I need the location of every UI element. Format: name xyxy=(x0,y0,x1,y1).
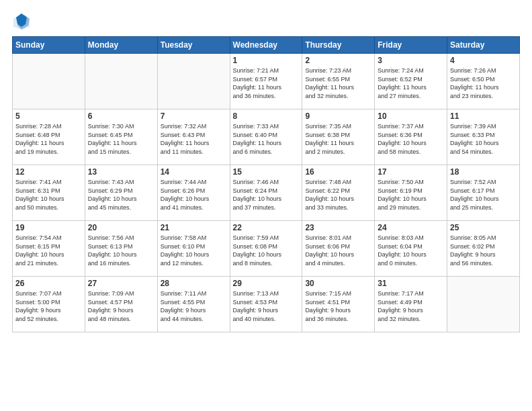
calendar-cell: 6Sunrise: 7:30 AM Sunset: 6:45 PM Daylig… xyxy=(85,109,157,165)
calendar-cell: 25Sunrise: 8:05 AM Sunset: 6:02 PM Dayli… xyxy=(447,221,520,277)
calendar-cell: 1Sunrise: 7:21 AM Sunset: 6:57 PM Daylig… xyxy=(230,54,302,109)
day-info: Sunrise: 7:23 AM Sunset: 6:55 PM Dayligh… xyxy=(305,66,371,100)
calendar-cell: 12Sunrise: 7:41 AM Sunset: 6:31 PM Dayli… xyxy=(13,165,85,221)
day-info: Sunrise: 7:58 AM Sunset: 6:10 PM Dayligh… xyxy=(161,234,227,267)
calendar-week-3: 19Sunrise: 7:54 AM Sunset: 6:15 PM Dayli… xyxy=(13,221,520,277)
calendar-week-1: 5Sunrise: 7:28 AM Sunset: 6:48 PM Daylig… xyxy=(13,109,520,165)
calendar-cell: 17Sunrise: 7:50 AM Sunset: 6:19 PM Dayli… xyxy=(375,165,447,221)
day-info: Sunrise: 7:39 AM Sunset: 6:33 PM Dayligh… xyxy=(450,122,517,156)
calendar-cell xyxy=(447,277,520,332)
calendar-cell: 30Sunrise: 7:15 AM Sunset: 4:51 PM Dayli… xyxy=(302,277,375,332)
calendar-cell: 22Sunrise: 7:59 AM Sunset: 6:08 PM Dayli… xyxy=(230,221,302,277)
day-info: Sunrise: 7:24 AM Sunset: 6:52 PM Dayligh… xyxy=(378,66,444,100)
day-info: Sunrise: 7:54 AM Sunset: 6:15 PM Dayligh… xyxy=(15,234,82,267)
calendar-week-0: 1Sunrise: 7:21 AM Sunset: 6:57 PM Daylig… xyxy=(13,54,520,109)
day-number: 30 xyxy=(305,279,371,288)
calendar-cell: 21Sunrise: 7:58 AM Sunset: 6:10 PM Dayli… xyxy=(157,221,230,277)
calendar-cell: 4Sunrise: 7:26 AM Sunset: 6:50 PM Daylig… xyxy=(447,54,520,109)
day-info: Sunrise: 7:11 AM Sunset: 4:55 PM Dayligh… xyxy=(161,289,227,323)
day-info: Sunrise: 7:09 AM Sunset: 4:57 PM Dayligh… xyxy=(88,289,154,323)
day-info: Sunrise: 7:15 AM Sunset: 4:51 PM Dayligh… xyxy=(305,289,371,323)
day-number: 23 xyxy=(305,223,371,232)
day-info: Sunrise: 8:01 AM Sunset: 6:06 PM Dayligh… xyxy=(305,234,371,267)
calendar-cell: 23Sunrise: 8:01 AM Sunset: 6:06 PM Dayli… xyxy=(302,221,375,277)
day-info: Sunrise: 7:50 AM Sunset: 6:19 PM Dayligh… xyxy=(378,178,444,212)
weekday-header-monday: Monday xyxy=(85,37,157,54)
day-number: 6 xyxy=(88,111,154,121)
day-number: 9 xyxy=(305,111,371,121)
day-number: 2 xyxy=(305,56,371,65)
page: SundayMondayTuesdayWednesdayThursdayFrid… xyxy=(0,0,532,411)
weekday-header-sunday: Sunday xyxy=(13,37,85,54)
calendar-cell: 31Sunrise: 7:17 AM Sunset: 4:49 PM Dayli… xyxy=(375,277,447,332)
day-info: Sunrise: 7:13 AM Sunset: 4:53 PM Dayligh… xyxy=(233,289,300,323)
calendar-cell: 18Sunrise: 7:52 AM Sunset: 6:17 PM Dayli… xyxy=(447,165,520,221)
calendar-cell: 11Sunrise: 7:39 AM Sunset: 6:33 PM Dayli… xyxy=(447,109,520,165)
day-info: Sunrise: 7:44 AM Sunset: 6:26 PM Dayligh… xyxy=(161,178,227,212)
day-info: Sunrise: 7:37 AM Sunset: 6:36 PM Dayligh… xyxy=(378,122,444,156)
calendar-cell xyxy=(85,54,157,109)
calendar-cell: 7Sunrise: 7:32 AM Sunset: 6:43 PM Daylig… xyxy=(157,109,230,165)
day-info: Sunrise: 7:07 AM Sunset: 5:00 PM Dayligh… xyxy=(15,289,82,323)
calendar-week-2: 12Sunrise: 7:41 AM Sunset: 6:31 PM Dayli… xyxy=(13,165,520,221)
weekday-header-wednesday: Wednesday xyxy=(230,37,302,54)
calendar-cell: 15Sunrise: 7:46 AM Sunset: 6:24 PM Dayli… xyxy=(230,165,302,221)
day-info: Sunrise: 7:32 AM Sunset: 6:43 PM Dayligh… xyxy=(161,122,227,156)
day-number: 8 xyxy=(233,111,300,121)
day-number: 22 xyxy=(233,223,300,232)
calendar-cell: 20Sunrise: 7:56 AM Sunset: 6:13 PM Dayli… xyxy=(85,221,157,277)
calendar-cell: 16Sunrise: 7:48 AM Sunset: 6:22 PM Dayli… xyxy=(302,165,375,221)
day-info: Sunrise: 7:46 AM Sunset: 6:24 PM Dayligh… xyxy=(233,178,300,212)
day-info: Sunrise: 7:30 AM Sunset: 6:45 PM Dayligh… xyxy=(88,122,154,156)
day-info: Sunrise: 7:17 AM Sunset: 4:49 PM Dayligh… xyxy=(378,289,444,323)
day-number: 17 xyxy=(378,167,444,177)
weekday-header-saturday: Saturday xyxy=(447,37,520,54)
day-number: 24 xyxy=(378,223,444,232)
day-info: Sunrise: 8:05 AM Sunset: 6:02 PM Dayligh… xyxy=(450,234,517,267)
calendar-cell: 10Sunrise: 7:37 AM Sunset: 6:36 PM Dayli… xyxy=(375,109,447,165)
day-info: Sunrise: 7:56 AM Sunset: 6:13 PM Dayligh… xyxy=(88,234,154,267)
day-info: Sunrise: 7:48 AM Sunset: 6:22 PM Dayligh… xyxy=(305,178,371,212)
day-number: 29 xyxy=(233,279,300,288)
day-number: 16 xyxy=(305,167,371,177)
calendar-week-4: 26Sunrise: 7:07 AM Sunset: 5:00 PM Dayli… xyxy=(13,277,520,332)
day-info: Sunrise: 7:26 AM Sunset: 6:50 PM Dayligh… xyxy=(450,66,517,100)
calendar-cell: 26Sunrise: 7:07 AM Sunset: 5:00 PM Dayli… xyxy=(13,277,85,332)
calendar-cell: 3Sunrise: 7:24 AM Sunset: 6:52 PM Daylig… xyxy=(375,54,447,109)
weekday-header-friday: Friday xyxy=(375,37,447,54)
day-number: 25 xyxy=(450,223,517,232)
logo xyxy=(12,12,34,31)
day-info: Sunrise: 7:59 AM Sunset: 6:08 PM Dayligh… xyxy=(233,234,300,267)
calendar-cell: 24Sunrise: 8:03 AM Sunset: 6:04 PM Dayli… xyxy=(375,221,447,277)
day-number: 15 xyxy=(233,167,300,177)
day-number: 26 xyxy=(15,279,82,288)
calendar-table: SundayMondayTuesdayWednesdayThursdayFrid… xyxy=(12,36,520,332)
calendar-cell: 14Sunrise: 7:44 AM Sunset: 6:26 PM Dayli… xyxy=(157,165,230,221)
day-number: 28 xyxy=(161,279,227,288)
header xyxy=(12,12,520,31)
day-number: 12 xyxy=(15,167,82,177)
day-number: 31 xyxy=(378,279,444,288)
calendar-cell: 9Sunrise: 7:35 AM Sunset: 6:38 PM Daylig… xyxy=(302,109,375,165)
weekday-header-thursday: Thursday xyxy=(302,37,375,54)
day-number: 7 xyxy=(161,111,227,121)
day-info: Sunrise: 7:35 AM Sunset: 6:38 PM Dayligh… xyxy=(305,122,371,156)
day-number: 1 xyxy=(233,56,300,65)
day-number: 13 xyxy=(88,167,154,177)
calendar-cell: 19Sunrise: 7:54 AM Sunset: 6:15 PM Dayli… xyxy=(13,221,85,277)
calendar-cell xyxy=(157,54,230,109)
day-number: 18 xyxy=(450,167,517,177)
calendar-cell: 27Sunrise: 7:09 AM Sunset: 4:57 PM Dayli… xyxy=(85,277,157,332)
calendar-cell: 2Sunrise: 7:23 AM Sunset: 6:55 PM Daylig… xyxy=(302,54,375,109)
day-info: Sunrise: 7:33 AM Sunset: 6:40 PM Dayligh… xyxy=(233,122,300,156)
day-number: 5 xyxy=(15,111,82,121)
day-info: Sunrise: 7:28 AM Sunset: 6:48 PM Dayligh… xyxy=(15,122,82,156)
calendar-cell: 28Sunrise: 7:11 AM Sunset: 4:55 PM Dayli… xyxy=(157,277,230,332)
calendar-cell xyxy=(13,54,85,109)
weekday-header-tuesday: Tuesday xyxy=(157,37,230,54)
day-number: 20 xyxy=(88,223,154,232)
day-number: 10 xyxy=(378,111,444,121)
day-number: 14 xyxy=(161,167,227,177)
day-number: 11 xyxy=(450,111,517,121)
calendar-cell: 8Sunrise: 7:33 AM Sunset: 6:40 PM Daylig… xyxy=(230,109,302,165)
